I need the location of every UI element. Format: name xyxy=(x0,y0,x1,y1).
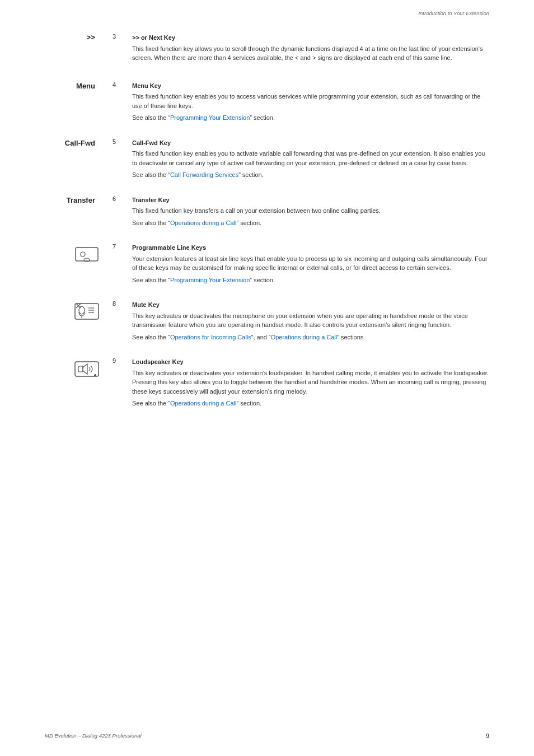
entry-4-link[interactable]: Programming Your Extension xyxy=(170,114,250,121)
entry-5-link[interactable]: Call Forwarding Services xyxy=(170,171,238,178)
entry-7-link[interactable]: Programming Your Extension xyxy=(170,277,250,283)
svg-point-12 xyxy=(94,374,96,376)
entry-6-see-also: See also the “Operations during a Call” … xyxy=(132,218,489,228)
entry-4-text: This fixed function key enables you to a… xyxy=(132,92,489,110)
entry-8-body: Mute Key This key activates or deactivat… xyxy=(122,300,489,342)
entry-4-label: Menu xyxy=(45,81,106,91)
entry-8-title: Mute Key xyxy=(132,300,489,310)
entry-8-text: This key activates or deactivates the mi… xyxy=(132,311,489,330)
entry-6: Transfer 6 Transfer Key This fixed funct… xyxy=(45,195,489,228)
page-header: Introduction to Your Extension xyxy=(0,0,534,16)
entry-3-label: >> xyxy=(45,33,106,43)
entry-5-see-also: See also the “Call Forwarding Services” … xyxy=(132,170,489,180)
entry-7-title: Programmable Line Keys xyxy=(132,243,489,253)
footer-page-number: 9 xyxy=(486,732,489,739)
mute-icon xyxy=(73,300,101,324)
entry-7-text: Your extension features at least six lin… xyxy=(132,254,489,273)
entry-9-text: This key activates or deactivates your e… xyxy=(132,368,489,396)
entry-6-text: This fixed function key transfers a call… xyxy=(132,206,489,216)
entry-5-number: 5 xyxy=(106,138,122,145)
entry-7-see-also: See also the “Programming Your Extension… xyxy=(132,276,489,285)
entry-6-title: Transfer Key xyxy=(132,195,489,205)
entry-4-number: 4 xyxy=(106,81,122,88)
entry-5-body: Call-Fwd Key This fixed function key ena… xyxy=(122,138,489,180)
entry-6-number: 6 xyxy=(106,195,122,202)
entry-4: Menu 4 Menu Key This fixed function key … xyxy=(45,81,489,123)
entry-3: >> 3 >> or Next Key This fixed function … xyxy=(45,33,489,66)
entry-9-number: 9 xyxy=(106,357,122,364)
svg-rect-11 xyxy=(78,366,83,372)
entry-4-body: Menu Key This fixed function key enables… xyxy=(122,81,489,123)
entry-3-number: 3 xyxy=(106,33,122,40)
entry-7-body: Programmable Line Keys Your extension fe… xyxy=(122,243,489,284)
svg-rect-0 xyxy=(76,248,98,261)
entry-9-link[interactable]: Operations during a Call xyxy=(170,400,237,407)
entry-6-label: Transfer xyxy=(45,195,106,206)
entry-3-text: This fixed function key allows you to sc… xyxy=(132,44,489,63)
entry-4-see-also: See also the “Programming Your Extension… xyxy=(132,113,489,123)
entry-7-number: 7 xyxy=(106,243,122,250)
header-text: Introduction to Your Extension xyxy=(418,10,489,16)
entry-8-link-2[interactable]: Operations during a Call xyxy=(271,334,338,340)
entry-7-icon-cell xyxy=(45,243,106,265)
entry-5: Call-Fwd 5 Call-Fwd Key This fixed funct… xyxy=(45,138,489,180)
entry-9-body: Loudspeaker Key This key activates or de… xyxy=(122,357,489,408)
entry-3-title: >> or Next Key xyxy=(132,33,489,43)
entry-8-number: 8 xyxy=(106,300,122,307)
footer-left: MD Evolution – Dialog 4223 Professional xyxy=(45,732,142,739)
entry-7: 7 Programmable Line Keys Your extension … xyxy=(45,243,489,284)
loudspeaker-icon xyxy=(73,357,101,381)
entry-9-title: Loudspeaker Key xyxy=(132,357,489,367)
entry-9: 9 Loudspeaker Key This key activates or … xyxy=(45,357,489,408)
entry-9-icon-cell xyxy=(45,357,106,381)
entry-8-link-1[interactable]: Operations for Incoming Calls xyxy=(170,334,251,340)
entry-9-see-also: See also the “Operations during a Call” … xyxy=(132,399,489,408)
content-area: >> 3 >> or Next Key This fixed function … xyxy=(0,16,534,458)
entry-8: 8 Mute Key This key activates or deactiv… xyxy=(45,300,489,342)
entry-8-see-also: See also the “Operations for Incoming Ca… xyxy=(132,333,489,342)
entry-3-body: >> or Next Key This fixed function key a… xyxy=(122,33,489,66)
page-footer: MD Evolution – Dialog 4223 Professional … xyxy=(0,732,534,739)
entry-5-text: This fixed function key enables you to a… xyxy=(132,149,489,167)
entry-6-link[interactable]: Operations during a Call xyxy=(170,220,237,226)
entry-5-label: Call-Fwd xyxy=(45,138,106,148)
phone-icon xyxy=(73,243,101,265)
entry-8-icon-cell xyxy=(45,300,106,324)
entry-5-title: Call-Fwd Key xyxy=(132,138,489,148)
entry-6-body: Transfer Key This fixed function key tra… xyxy=(122,195,489,228)
entry-4-title: Menu Key xyxy=(132,81,489,91)
